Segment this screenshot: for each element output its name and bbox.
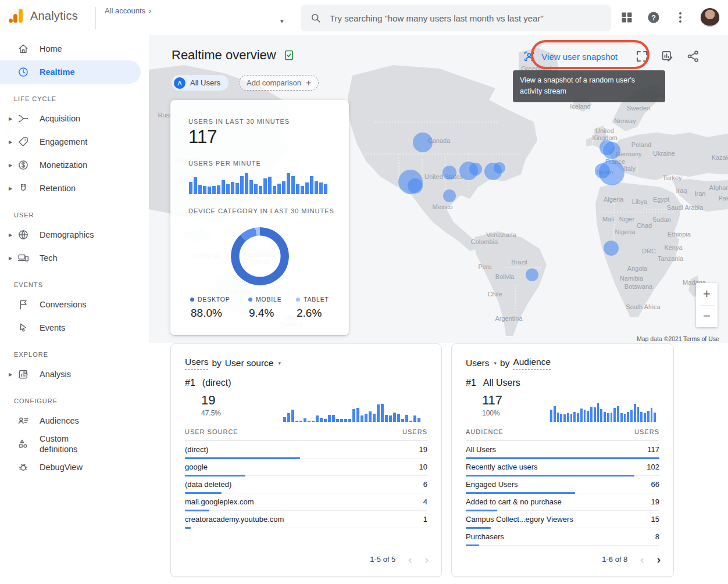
title-by: by: [500, 358, 509, 368]
bar: [377, 404, 380, 422]
sidebar-item-label: Custom definitions: [40, 433, 105, 454]
sidebar-item-engagement[interactable]: ▶Engagement: [0, 130, 149, 153]
sidebar-item-audiences[interactable]: Audiences: [0, 409, 149, 432]
sidebar-item-debugview[interactable]: DebugView: [0, 456, 149, 479]
breadcrumb[interactable]: All accounts ›: [105, 6, 151, 15]
sidebar-item-realtime[interactable]: Realtime: [0, 60, 141, 84]
search-bar[interactable]: [301, 5, 611, 31]
search-input[interactable]: [330, 13, 602, 23]
legend-label: MOBILE: [256, 296, 281, 303]
metric-dropdown[interactable]: Users: [185, 357, 208, 370]
share-icon[interactable]: [686, 49, 700, 63]
dimension-dropdown[interactable]: Audience: [513, 357, 551, 370]
map-country-label: Ethiopia: [668, 231, 691, 238]
map-country-label: DRC: [642, 248, 656, 255]
sidebar-item-analysis[interactable]: ▶Analysis: [0, 363, 149, 386]
app-title[interactable]: Analytics: [30, 9, 78, 23]
sidebar-item-label: Analysis: [40, 369, 71, 379]
sidebar-item-custom-definitions[interactable]: Custom definitions: [0, 432, 149, 456]
rank-label: All Users: [483, 378, 520, 388]
bar: [352, 409, 355, 422]
bar: [597, 403, 599, 422]
metric-dropdown[interactable]: Users: [466, 358, 489, 368]
row-label: google: [185, 463, 208, 471]
sidebar-item-retention[interactable]: ▶Retention: [0, 177, 149, 200]
sidebar-item-home[interactable]: Home: [0, 37, 149, 60]
prev-page-icon[interactable]: ‹: [408, 554, 412, 565]
sidebar-item-demographics[interactable]: ▶Demographics: [0, 223, 149, 246]
bar: [401, 419, 404, 422]
legend-dot-icon: [296, 298, 300, 302]
plus-icon: +: [306, 78, 311, 88]
sidebar-item-monetization[interactable]: ▶Monetization: [0, 153, 149, 177]
map-country-label: Chile: [487, 291, 502, 298]
sidebar-item-events[interactable]: Events: [0, 316, 149, 339]
top-app-bar: Analytics All accounts › ▾ ?: [0, 0, 728, 35]
map-terms-link[interactable]: Terms of Use: [683, 335, 719, 342]
table-row: (direct)19: [185, 441, 427, 458]
bar: [296, 184, 299, 194]
users-by-user-source-card: Users by User source ▾ #1 (direct) 19 47…: [170, 343, 442, 577]
expand-arrow-icon[interactable]: ▶: [6, 372, 15, 377]
bar: [277, 184, 281, 194]
table-row: creatoracademy.youtube.com1: [185, 511, 427, 528]
user-avatar[interactable]: [700, 8, 720, 27]
pagination: 1-5 of 5 ‹ ›: [370, 554, 429, 565]
sidebar-item-conversions[interactable]: Conversions: [0, 293, 149, 316]
sidebar-item-tech[interactable]: ▶Tech: [0, 246, 149, 270]
bar: [417, 418, 420, 422]
comparison-avatar: A: [174, 77, 185, 89]
map-zoom-out-button[interactable]: −: [696, 306, 718, 328]
legend-dot-icon: [248, 298, 252, 302]
expand-arrow-icon[interactable]: ▶: [6, 186, 15, 191]
bar: [316, 415, 319, 422]
fullscreen-icon[interactable]: [635, 49, 649, 63]
caret-down-icon[interactable]: ▾: [278, 360, 281, 366]
map-country-label: Iraq: [676, 187, 687, 194]
row-value: 66: [651, 480, 659, 489]
dimension-dropdown[interactable]: User source: [225, 358, 274, 368]
expand-arrow-icon[interactable]: ▶: [6, 232, 15, 238]
row-label: (data deleted): [185, 480, 231, 489]
bar: [273, 186, 276, 194]
row-value: 8: [655, 532, 659, 541]
bar: [570, 414, 573, 422]
edit-insights-icon[interactable]: [661, 49, 675, 63]
audience-sparkline: [550, 399, 656, 422]
caret-down-icon[interactable]: ▾: [494, 360, 497, 366]
bar: [287, 413, 290, 422]
row-value-bar: [185, 527, 191, 529]
rank-number: #1: [185, 378, 195, 388]
users-per-minute-label: USERS PER MINUTE: [188, 160, 261, 167]
device-category-donut-chart: [231, 227, 289, 285]
bar: [651, 408, 653, 422]
bar: [344, 419, 347, 422]
help-icon[interactable]: ?: [647, 10, 661, 24]
expand-arrow-icon[interactable]: ▶: [6, 116, 15, 121]
more-vert-icon[interactable]: [673, 10, 687, 24]
demographics-icon: [17, 229, 29, 241]
pagination-label: 1-5 of 5: [370, 555, 395, 564]
next-page-icon[interactable]: ›: [657, 554, 661, 565]
sidebar-item-acquisition[interactable]: ▶Acquisition: [0, 107, 149, 130]
bar: [308, 421, 311, 422]
account-caret-icon[interactable]: ▾: [280, 17, 284, 25]
bar: [263, 178, 267, 194]
prev-page-icon[interactable]: ‹: [640, 554, 644, 565]
all-users-comparison-chip[interactable]: A All Users: [172, 75, 229, 91]
bar: [385, 415, 388, 422]
map-zoom-in-button[interactable]: +: [696, 283, 718, 305]
bar: [203, 186, 206, 194]
apps-grid-icon[interactable]: [620, 10, 634, 24]
view-user-snapshot-button[interactable]: View user snapshot: [517, 45, 623, 67]
bar: [283, 417, 286, 422]
add-comparison-chip[interactable]: Add comparison +: [239, 75, 319, 91]
bar: [413, 415, 416, 422]
expand-arrow-icon[interactable]: ▶: [6, 139, 15, 145]
sidebar-section-header: EVENTS: [14, 281, 149, 288]
expand-arrow-icon[interactable]: ▶: [6, 256, 15, 261]
next-page-icon[interactable]: ›: [425, 554, 429, 565]
map-country-label: Kazakh: [712, 154, 728, 161]
expand-arrow-icon[interactable]: ▶: [6, 163, 15, 168]
analytics-logo-icon[interactable]: [8, 7, 24, 24]
